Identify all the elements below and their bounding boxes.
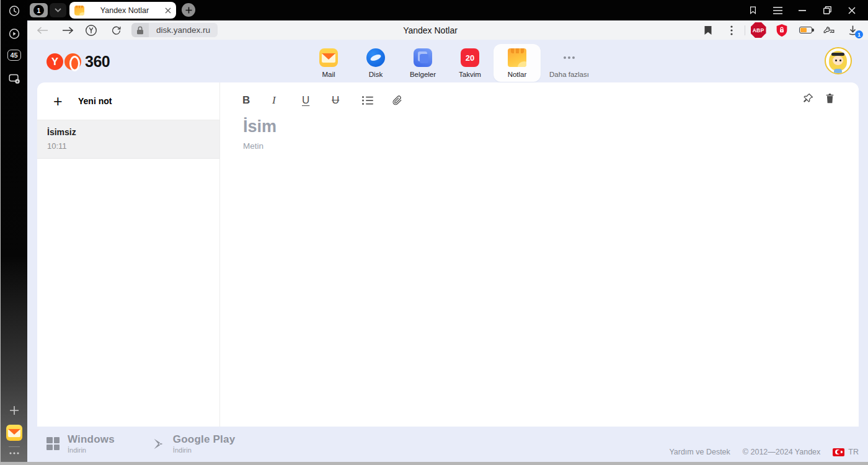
lock-icon[interactable]	[131, 23, 149, 37]
tab-group-control: 1	[30, 3, 66, 17]
protect-shield-icon[interactable]	[770, 20, 794, 40]
tab-group-count: 1	[33, 5, 44, 16]
app-takvim[interactable]: 20 Takvim	[446, 44, 494, 82]
active-tab[interactable]: Yandex Notlar	[69, 2, 176, 19]
pin-note-icon[interactable]	[802, 92, 814, 104]
note-body-input[interactable]: Metin	[243, 141, 264, 151]
strikethrough-button[interactable]: U	[332, 94, 361, 107]
user-avatar[interactable]	[825, 47, 852, 74]
browser-side-panel: 45	[0, 0, 27, 465]
attach-file-button[interactable]	[391, 94, 421, 107]
tab-group-chevron-button[interactable]	[50, 3, 66, 17]
notes-card: + Yeni not İsimsiz 10:11 B I U U	[37, 82, 859, 427]
note-item-time: 10:11	[47, 141, 210, 151]
app-more[interactable]: Daha fazlası	[541, 44, 598, 82]
google-play-icon	[152, 437, 165, 451]
restore-icon[interactable]	[815, 0, 839, 20]
tab-group-count-button[interactable]: 1	[30, 3, 48, 17]
bookmark-icon[interactable]	[696, 20, 720, 40]
note-editor: B I U U	[221, 82, 859, 427]
note-item-title: İsimsiz	[47, 127, 210, 137]
plus-icon: +	[53, 94, 78, 109]
italic-button[interactable]: I	[272, 94, 302, 107]
screenshot-icon[interactable]	[7, 72, 21, 86]
yandex-protect-icon[interactable]	[83, 20, 99, 40]
copyright-text: © 2012—2024 Yandex	[743, 448, 821, 456]
tab-close-icon[interactable]	[165, 7, 171, 14]
menu-icon[interactable]	[765, 0, 790, 20]
underline-button[interactable]: U	[302, 94, 332, 107]
sidebar-divider	[9, 446, 20, 447]
abp-label: ABP	[751, 22, 766, 38]
battery-icon[interactable]	[794, 20, 817, 40]
notes-favicon	[74, 6, 84, 16]
mail-app-icon	[319, 48, 338, 67]
downloads-icon[interactable]: 1	[841, 20, 864, 40]
history-icon[interactable]	[7, 4, 20, 17]
footer-legal: Yardım ve Destek © 2012—2024 Yandex TR	[669, 448, 859, 456]
sidebar-add-icon[interactable]	[8, 404, 20, 417]
help-support-link[interactable]: Yardım ve Destek	[669, 448, 730, 456]
note-actions	[802, 92, 835, 104]
reload-icon[interactable]	[108, 20, 124, 40]
tab-title: Yandex Notlar	[84, 6, 165, 15]
more-actions-icon[interactable]	[720, 20, 743, 40]
language-switcher[interactable]: TR	[833, 448, 859, 456]
windows-icon	[46, 437, 60, 450]
address-bar: disk.yandex.ru Yandex Notlar ABP	[27, 20, 868, 40]
forward-icon[interactable]	[60, 20, 76, 40]
new-tab-button[interactable]	[182, 3, 195, 17]
bookmarks-panel-icon[interactable]	[740, 0, 765, 20]
notes-list-panel: + Yeni not İsimsiz 10:11	[37, 82, 220, 427]
counter-badge[interactable]: 45	[7, 50, 20, 61]
yandex-logo-icon: Y	[46, 53, 63, 70]
adblock-extension-icon[interactable]: ABP	[746, 20, 770, 40]
page-title: Yandex Notlar	[374, 20, 486, 40]
notes-app-icon	[508, 48, 526, 67]
browser-window: 45 1 Yandex Notlar	[0, 0, 868, 465]
yandex-mail-dock-icon[interactable]	[6, 425, 22, 441]
back-icon[interactable]	[35, 20, 51, 40]
delete-note-icon[interactable]	[825, 92, 835, 104]
google-play-download-link[interactable]: Google Play İndirin	[152, 433, 235, 454]
bold-button[interactable]: B	[242, 94, 272, 107]
editor-toolbar: B I U U	[242, 91, 421, 110]
360-logo-icon	[64, 53, 81, 70]
yandex-360-logo[interactable]: Y 360	[46, 53, 110, 71]
note-list-item[interactable]: İsimsiz 10:11	[37, 120, 219, 159]
app-switcher: Mail Disk Belgeler 20 Takvim Notlar Daha…	[305, 44, 598, 82]
calendar-app-icon: 20	[461, 48, 479, 67]
password-manager-icon[interactable]	[817, 20, 841, 40]
disk-app-icon	[366, 48, 385, 67]
url-field[interactable]: disk.yandex.ru	[131, 23, 218, 37]
counter-badge-value: 45	[7, 50, 20, 61]
window-controls	[740, 0, 864, 20]
close-window-icon[interactable]	[839, 0, 864, 20]
url-text: disk.yandex.ru	[149, 23, 218, 37]
toolbar-divider	[745, 25, 745, 35]
app-disk[interactable]: Disk	[352, 44, 399, 82]
minimize-icon[interactable]	[790, 0, 815, 20]
more-apps-icon	[560, 48, 578, 67]
page-footer: Windows İndirin Google Play İndirin Yard…	[27, 427, 868, 462]
address-bar-actions: ABP 1	[696, 20, 864, 40]
new-note-button[interactable]: + Yeni not	[37, 82, 219, 120]
app-belgeler[interactable]: Belgeler	[399, 44, 446, 82]
app-notlar[interactable]: Notlar	[494, 44, 541, 82]
sidebar-more-icon[interactable]	[9, 451, 20, 456]
language-code: TR	[848, 448, 859, 456]
windows-download-link[interactable]: Windows İndirin	[46, 433, 115, 454]
turkey-flag-icon	[833, 448, 844, 456]
note-title-input[interactable]: İsim	[243, 117, 277, 136]
tab-bar: 1 Yandex Notlar	[27, 0, 868, 20]
downloads-badge: 1	[855, 30, 863, 38]
logo-text: 360	[85, 53, 110, 71]
yandex-360-page: Y 360 Mail Disk Belgeler 20 Takvim	[27, 40, 868, 462]
play-panel-icon[interactable]	[7, 27, 20, 40]
store-links: Windows İndirin Google Play İndirin	[46, 433, 235, 454]
documents-app-icon	[414, 48, 432, 67]
window-bottom-edge	[0, 462, 868, 465]
bullet-list-button[interactable]	[361, 95, 391, 106]
app-mail[interactable]: Mail	[305, 44, 352, 82]
